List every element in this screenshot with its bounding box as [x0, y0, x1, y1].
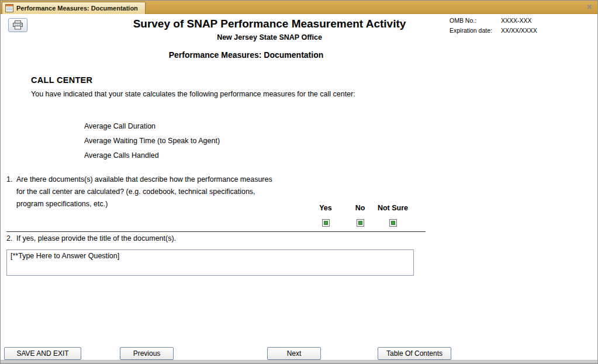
question-1-text: Are there documents(s) available that de… — [16, 174, 276, 210]
option-column-yes: Yes — [312, 204, 340, 229]
access-window: Performance Measures: Documentation ✕ Su… — [0, 0, 598, 364]
window-bottom-edge — [1, 360, 597, 363]
yes-checkbox[interactable] — [322, 219, 330, 227]
tab-bar: Performance Measures: Documentation ✕ — [1, 1, 597, 14]
omb-block: OMB No.: XXXX-XXX Expiration date: XX/XX… — [450, 16, 537, 36]
not-sure-label: Not Sure — [372, 204, 413, 212]
previous-button[interactable]: Previous — [120, 347, 174, 360]
tab-title: Performance Measures: Documentation — [16, 5, 138, 12]
measure-item: Average Waiting Time (to Speak to Agent) — [84, 134, 220, 148]
separator-line — [6, 231, 426, 232]
no-checkbox-fill — [358, 221, 362, 225]
expiration-label: Expiration date: — [450, 26, 500, 36]
save-and-exit-button[interactable]: SAVE AND EXIT — [4, 347, 81, 360]
q2-answer-input[interactable]: [**Type Here to Answer Question] — [6, 249, 414, 276]
not-sure-checkbox-fill — [391, 221, 395, 225]
yes-label: Yes — [312, 204, 340, 212]
page-title: Performance Measures: Documentation — [1, 50, 492, 60]
table-of-contents-button[interactable]: Table Of Contents — [378, 347, 451, 360]
option-column-no: No — [347, 204, 373, 229]
expiration-value: XX/XX/XXXX — [501, 26, 537, 36]
option-column-not-sure: Not Sure — [372, 204, 413, 229]
measure-item: Average Calls Handled — [84, 148, 220, 163]
no-checkbox[interactable] — [357, 219, 364, 227]
no-label: No — [347, 204, 373, 212]
form-icon — [5, 4, 13, 12]
tab-performance-measures[interactable]: Performance Measures: Documentation — [2, 2, 146, 14]
omb-number-label: OMB No.: — [450, 16, 500, 26]
question-2-number: 2. — [6, 234, 16, 242]
question-2: 2. If yes, please provide the title of t… — [6, 234, 357, 242]
question-2-text: If yes, please provide the title of the … — [16, 234, 176, 242]
not-sure-checkbox[interactable] — [389, 219, 397, 227]
section-heading: CALL CENTER — [31, 75, 92, 85]
next-button[interactable]: Next — [267, 347, 321, 360]
measures-list: Average Call Duration Average Waiting Ti… — [84, 119, 220, 163]
question-1-number: 1. — [6, 174, 16, 210]
measure-item: Average Call Duration — [84, 119, 220, 134]
close-icon[interactable]: ✕ — [586, 3, 592, 11]
yes-checkbox-fill — [324, 221, 328, 225]
question-1: 1. Are there documents(s) available that… — [6, 174, 276, 210]
omb-number-value: XXXX-XXX — [501, 16, 537, 26]
section-intro: You have indicated that your state calcu… — [31, 90, 355, 98]
